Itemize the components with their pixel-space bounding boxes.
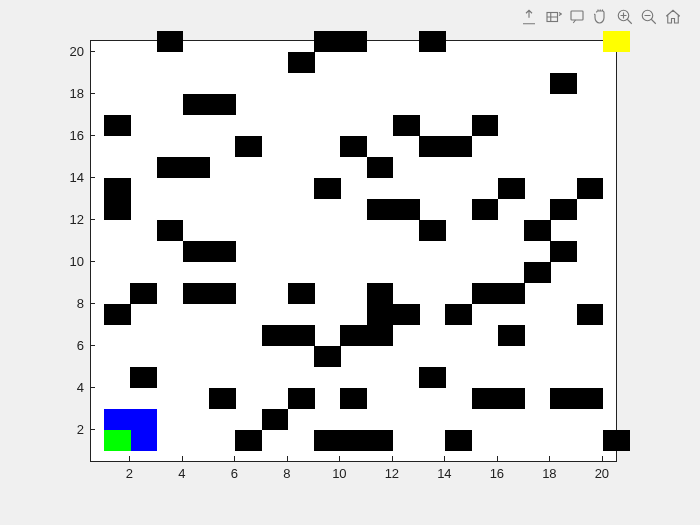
wall-cell (157, 31, 184, 53)
wall-cell (472, 388, 499, 410)
start-cell (104, 430, 131, 452)
x-tick: 12 (385, 466, 399, 481)
wall-cell (314, 178, 341, 200)
wall-cell (550, 241, 577, 263)
y-tick: 12 (60, 211, 84, 226)
y-tick: 4 (60, 379, 84, 394)
wall-cell (603, 430, 630, 452)
wall-cell (550, 73, 577, 95)
wall-cell (393, 304, 420, 326)
path-cell (104, 409, 131, 431)
wall-cell (472, 199, 499, 221)
wall-cell (550, 388, 577, 410)
y-tick: 2 (60, 421, 84, 436)
wall-cell (367, 430, 394, 452)
x-tick: 20 (595, 466, 609, 481)
pan-icon[interactable] (592, 8, 610, 26)
y-tick: 8 (60, 295, 84, 310)
wall-cell (367, 199, 394, 221)
x-tick: 2 (126, 466, 133, 481)
wall-cell (262, 325, 289, 347)
wall-cell (157, 157, 184, 179)
wall-cell (235, 136, 262, 158)
wall-cell (577, 304, 604, 326)
wall-cell (183, 157, 210, 179)
wall-cell (288, 283, 315, 305)
x-tick: 6 (231, 466, 238, 481)
brush-icon[interactable] (544, 8, 562, 26)
wall-cell (262, 409, 289, 431)
wall-cell (419, 367, 446, 389)
wall-cell (445, 430, 472, 452)
wall-cell (524, 262, 551, 284)
wall-cell (577, 388, 604, 410)
wall-cell (340, 325, 367, 347)
wall-cell (314, 430, 341, 452)
x-tick: 4 (178, 466, 185, 481)
x-tick: 10 (332, 466, 346, 481)
y-tick: 18 (60, 85, 84, 100)
wall-cell (472, 115, 499, 137)
wall-cell (288, 325, 315, 347)
wall-cell (209, 241, 236, 263)
wall-cell (104, 178, 131, 200)
home-icon[interactable] (664, 8, 682, 26)
wall-cell (367, 283, 394, 305)
wall-cell (314, 31, 341, 53)
wall-cell (209, 94, 236, 116)
path-cell (130, 409, 157, 431)
svg-rect-1 (571, 11, 583, 20)
wall-cell (577, 178, 604, 200)
goal-cell (603, 31, 630, 53)
wall-cell (157, 220, 184, 242)
wall-cell (445, 304, 472, 326)
wall-cell (340, 388, 367, 410)
x-tick: 18 (542, 466, 556, 481)
y-tick: 16 (60, 127, 84, 142)
wall-cell (130, 283, 157, 305)
wall-cell (130, 367, 157, 389)
wall-cell (419, 31, 446, 53)
wall-cell (367, 304, 394, 326)
wall-cell (209, 283, 236, 305)
wall-cell (340, 136, 367, 158)
y-tick: 14 (60, 169, 84, 184)
wall-cell (367, 157, 394, 179)
wall-cell (524, 220, 551, 242)
wall-cell (393, 115, 420, 137)
wall-cell (209, 388, 236, 410)
wall-cell (288, 388, 315, 410)
wall-cell (235, 430, 262, 452)
wall-cell (340, 31, 367, 53)
figure-toolbar (520, 8, 682, 26)
y-tick: 20 (60, 43, 84, 58)
wall-cell (419, 136, 446, 158)
path-cell (130, 430, 157, 452)
wall-cell (340, 430, 367, 452)
x-tick: 16 (490, 466, 504, 481)
wall-cell (183, 283, 210, 305)
wall-cell (498, 178, 525, 200)
wall-cell (472, 283, 499, 305)
wall-cell (419, 220, 446, 242)
wall-cell (498, 388, 525, 410)
x-tick: 8 (283, 466, 290, 481)
axes (90, 40, 617, 462)
wall-cell (183, 94, 210, 116)
wall-cell (288, 52, 315, 74)
wall-cell (445, 136, 472, 158)
zoomout-icon[interactable] (640, 8, 658, 26)
wall-cell (104, 304, 131, 326)
y-tick: 6 (60, 337, 84, 352)
wall-cell (367, 325, 394, 347)
wall-cell (498, 325, 525, 347)
y-tick: 10 (60, 253, 84, 268)
wall-cell (104, 199, 131, 221)
zoomin-icon[interactable] (616, 8, 634, 26)
wall-cell (498, 283, 525, 305)
wall-cell (314, 346, 341, 368)
datatip-icon[interactable] (568, 8, 586, 26)
wall-cell (104, 115, 131, 137)
wall-cell (183, 241, 210, 263)
export-icon[interactable] (520, 8, 538, 26)
